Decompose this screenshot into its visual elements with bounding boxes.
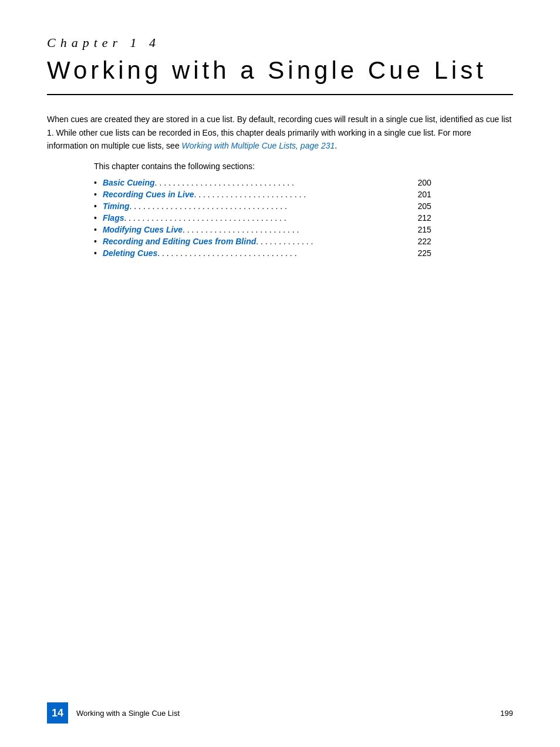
bullet-icon: • — [94, 201, 97, 211]
toc-link[interactable]: Modifying Cues Live — [103, 225, 183, 234]
toc-link[interactable]: Timing — [103, 201, 130, 211]
chapter-title: Working with a Single Cue List — [47, 56, 513, 85]
toc-page-number: 212 — [418, 213, 431, 223]
toc-page-number: 201 — [418, 190, 431, 199]
toc-list-item: •Modifying Cues Live . . . . . . . . . .… — [94, 225, 513, 234]
toc-page-number: 200 — [418, 178, 431, 187]
toc-list: •Basic Cueing . . . . . . . . . . . . . … — [94, 178, 513, 258]
toc-list-item: •Basic Cueing . . . . . . . . . . . . . … — [94, 178, 513, 187]
toc-page-number: 225 — [418, 248, 431, 258]
bullet-icon: • — [94, 237, 97, 246]
bullet-icon: • — [94, 213, 97, 223]
toc-dots: . . . . . . . . . . . . . . . . . . . . … — [157, 248, 417, 258]
footer-page-number: 199 — [500, 709, 513, 718]
toc-dots: . . . . . . . . . . . . . — [256, 237, 417, 246]
toc-list-item: •Flags . . . . . . . . . . . . . . . . .… — [94, 213, 513, 223]
toc-dots: . . . . . . . . . . . . . . . . . . . . … — [194, 190, 418, 199]
chapter-label: Chapter 1 4 — [47, 35, 513, 51]
footer: 14 Working with a Single Cue List 199 — [0, 702, 560, 724]
toc-list-item: •Recording and Editing Cues from Blind .… — [94, 237, 513, 246]
toc-list-item: •Recording Cues in Live. . . . . . . . .… — [94, 190, 513, 199]
toc-link[interactable]: Recording Cues in Live — [103, 190, 194, 199]
bullet-icon: • — [94, 225, 97, 234]
toc-page-number: 205 — [418, 201, 431, 211]
divider — [47, 94, 513, 95]
toc-dots: . . . . . . . . . . . . . . . . . . . . … — [130, 201, 418, 211]
footer-title: Working with a Single Cue List — [76, 709, 180, 718]
toc-link[interactable]: Flags — [103, 213, 124, 223]
toc-dots: . . . . . . . . . . . . . . . . . . . . … — [124, 213, 417, 223]
multiple-cue-lists-link[interactable]: Working with Multiple Cue Lists, page 23… — [182, 141, 335, 150]
intro-paragraph: When cues are created they are stored in… — [47, 113, 513, 152]
toc-link[interactable]: Basic Cueing — [103, 178, 155, 187]
toc-link[interactable]: Recording and Editing Cues from Blind — [103, 237, 256, 246]
toc-dots: . . . . . . . . . . . . . . . . . . . . … — [183, 225, 418, 234]
bullet-icon: • — [94, 190, 97, 199]
toc-page-number: 222 — [418, 237, 431, 246]
bullet-icon: • — [94, 248, 97, 258]
page: Chapter 1 4 Working with a Single Cue Li… — [0, 0, 560, 747]
footer-chapter-box: 14 — [47, 702, 68, 724]
toc-list-item: •Deleting Cues. . . . . . . . . . . . . … — [94, 248, 513, 258]
toc-intro: This chapter contains the following sect… — [94, 161, 513, 171]
bullet-icon: • — [94, 178, 97, 187]
toc-page-number: 215 — [418, 225, 431, 234]
toc-link[interactable]: Deleting Cues — [103, 248, 157, 258]
toc-list-item: •Timing . . . . . . . . . . . . . . . . … — [94, 201, 513, 211]
toc-dots: . . . . . . . . . . . . . . . . . . . . … — [155, 178, 418, 187]
